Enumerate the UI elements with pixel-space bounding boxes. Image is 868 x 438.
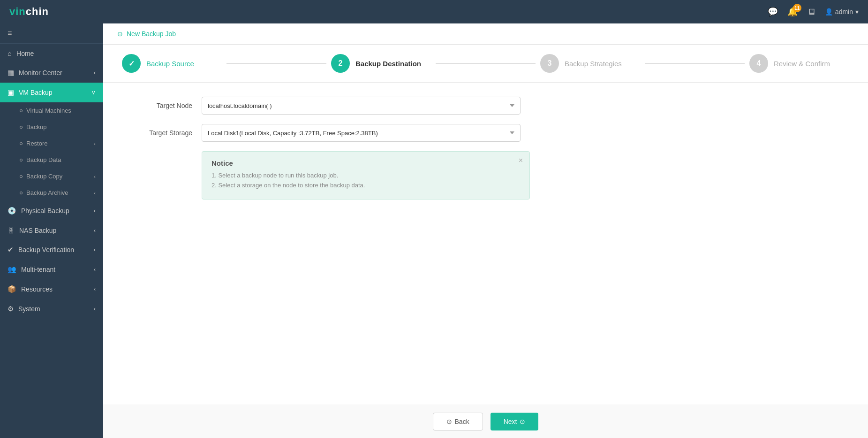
monitor-center-icon: ▦ xyxy=(8,69,14,77)
dot-icon xyxy=(20,126,23,129)
main-layout: ≡ ⌂ Home ▦ Monitor Center ‹ ▣ VM Backup … xyxy=(0,23,868,438)
back-button[interactable]: ⊙ Back xyxy=(433,413,483,430)
notice-text-1: 1. Select a backup node to run this back… xyxy=(211,172,338,179)
chat-icon[interactable]: 💬 xyxy=(768,7,778,17)
logo-chin: chin xyxy=(26,6,49,17)
sidebar-item-virtual-machines[interactable]: Virtual Machines xyxy=(0,102,103,119)
chevron-icon: ‹ xyxy=(94,174,96,179)
sidebar-item-backup[interactable]: Backup xyxy=(0,119,103,135)
logo: vinchin xyxy=(9,6,49,18)
sidebar-item-label: System xyxy=(18,305,40,313)
sidebar-sub-label: Backup Copy xyxy=(26,173,62,180)
sidebar-item-system[interactable]: ⚙ System ‹ xyxy=(0,299,103,319)
step-2-label: Backup Destination xyxy=(355,60,421,68)
next-label: Next xyxy=(504,418,517,425)
topbar: vinchin 💬 🔔 11 🖥 👤 admin ▾ xyxy=(0,0,868,23)
notification-count: 11 xyxy=(793,4,801,12)
sidebar-item-backup-copy[interactable]: Backup Copy ‹ xyxy=(0,168,103,184)
dot-icon xyxy=(20,109,23,112)
system-icon: ⚙ xyxy=(8,305,14,313)
sidebar-item-label: NAS Backup xyxy=(19,227,56,234)
notice-close-button[interactable]: × xyxy=(519,156,523,165)
sidebar-item-backup-archive[interactable]: Backup Archive ‹ xyxy=(0,184,103,201)
chevron-icon: ‹ xyxy=(94,306,96,312)
sidebar-item-label: VM Backup xyxy=(19,89,53,96)
next-button[interactable]: Next ⊙ xyxy=(491,413,539,430)
step-3-circle: 3 xyxy=(540,54,559,73)
target-storage-label: Target Storage xyxy=(131,129,192,137)
step-2: 2 Backup Destination xyxy=(331,54,431,73)
target-node-select[interactable]: localhost.localdomain( ) xyxy=(202,97,521,115)
step-4-circle: 4 xyxy=(749,54,768,73)
sidebar-item-backup-data[interactable]: Backup Data xyxy=(0,152,103,168)
content-area: ⊙ New Backup Job ✓ Backup Source 2 Backu… xyxy=(103,23,868,438)
target-storage-row: Target Storage Local Disk1(Local Disk, C… xyxy=(131,124,840,142)
step-1-label: Backup Source xyxy=(146,60,194,68)
sidebar-item-physical-backup[interactable]: 💿 Physical Backup ‹ xyxy=(0,201,103,221)
dot-icon xyxy=(20,192,23,194)
user-icon: 👤 xyxy=(825,8,833,15)
chevron-icon: ∨ xyxy=(91,89,96,96)
next-circle-icon: ⊙ xyxy=(520,418,525,425)
sidebar-toggle[interactable]: ≡ xyxy=(0,23,103,44)
step-2-circle: 2 xyxy=(331,54,350,73)
page-header: ⊙ New Backup Job xyxy=(103,23,868,45)
sidebar-item-label: Backup Verification xyxy=(18,246,74,254)
chevron-icon: ‹ xyxy=(94,69,96,76)
sidebar-item-monitor-center[interactable]: ▦ Monitor Center ‹ xyxy=(0,63,103,83)
sidebar-item-multi-tenant[interactable]: 👥 Multi-tenant ‹ xyxy=(0,260,103,279)
sidebar-sub-label: Backup Archive xyxy=(26,189,68,196)
notification-bell[interactable]: 🔔 11 xyxy=(787,7,798,17)
chevron-icon: ‹ xyxy=(94,266,96,273)
vm-backup-icon: ▣ xyxy=(8,88,14,97)
form-area: Target Node localhost.localdomain( ) Tar… xyxy=(103,83,868,405)
step-1: ✓ Backup Source xyxy=(122,54,222,73)
sidebar-item-label: Physical Backup xyxy=(21,207,69,215)
nas-backup-icon: 🗄 xyxy=(8,226,15,234)
breadcrumb: New Backup Job xyxy=(127,30,176,38)
sidebar-item-home[interactable]: ⌂ Home xyxy=(0,44,103,63)
chevron-icon: ‹ xyxy=(94,246,96,253)
sidebar-item-vm-backup[interactable]: ▣ VM Backup ∨ xyxy=(0,83,103,102)
logo-vin: vin xyxy=(9,6,26,17)
sidebar-item-nas-backup[interactable]: 🗄 NAS Backup ‹ xyxy=(0,221,103,240)
sidebar-sub-label: Restore xyxy=(26,140,48,147)
back-arrow-icon[interactable]: ⊙ xyxy=(117,30,123,38)
monitor-icon[interactable]: 🖥 xyxy=(807,7,815,17)
home-icon: ⌂ xyxy=(8,49,12,57)
chevron-icon: ‹ xyxy=(94,141,96,146)
user-label: admin xyxy=(835,8,853,15)
topbar-right: 💬 🔔 11 🖥 👤 admin ▾ xyxy=(768,7,859,17)
notice-box: Notice 1. Select a backup node to run th… xyxy=(202,151,530,200)
back-circle-icon: ⊙ xyxy=(446,418,452,425)
user-menu[interactable]: 👤 admin ▾ xyxy=(825,8,859,15)
step-3: 3 Backup Strategies xyxy=(540,54,640,73)
back-label: Back xyxy=(455,418,469,425)
step-bar: ✓ Backup Source 2 Backup Destination 3 B… xyxy=(103,45,868,83)
sidebar-item-resources[interactable]: 📦 Resources ‹ xyxy=(0,279,103,299)
user-chevron-icon: ▾ xyxy=(855,8,859,15)
target-storage-select[interactable]: Local Disk1(Local Disk, Capacity :3.72TB… xyxy=(202,124,521,142)
notice-item-1: 1. Select a backup node to run this back… xyxy=(211,172,511,179)
sidebar-item-restore[interactable]: Restore ‹ xyxy=(0,135,103,152)
step-connector-2-3 xyxy=(436,63,536,64)
step-1-circle: ✓ xyxy=(122,54,141,73)
dot-icon xyxy=(20,142,23,145)
target-node-label: Target Node xyxy=(131,102,192,109)
sidebar-item-label: Monitor Center xyxy=(19,69,62,77)
sidebar-sub-label: Backup xyxy=(26,123,46,131)
sidebar-sub-label: Backup Data xyxy=(26,156,61,163)
backup-verification-icon: ✔ xyxy=(8,246,14,254)
wizard-area: ✓ Backup Source 2 Backup Destination 3 B… xyxy=(103,45,868,438)
target-node-row: Target Node localhost.localdomain( ) xyxy=(131,97,840,115)
chevron-icon: ‹ xyxy=(94,190,96,196)
chevron-icon: ‹ xyxy=(94,286,96,292)
step-4-label: Review & Confirm xyxy=(774,60,830,68)
step-connector-3-4 xyxy=(645,63,745,64)
wizard-footer: ⊙ Back Next ⊙ xyxy=(103,405,868,438)
step-4: 4 Review & Confirm xyxy=(749,54,849,73)
sidebar: ≡ ⌂ Home ▦ Monitor Center ‹ ▣ VM Backup … xyxy=(0,23,103,438)
sidebar-item-backup-verification[interactable]: ✔ Backup Verification ‹ xyxy=(0,240,103,260)
physical-backup-icon: 💿 xyxy=(8,207,16,215)
sidebar-sub-label: Virtual Machines xyxy=(26,107,71,114)
